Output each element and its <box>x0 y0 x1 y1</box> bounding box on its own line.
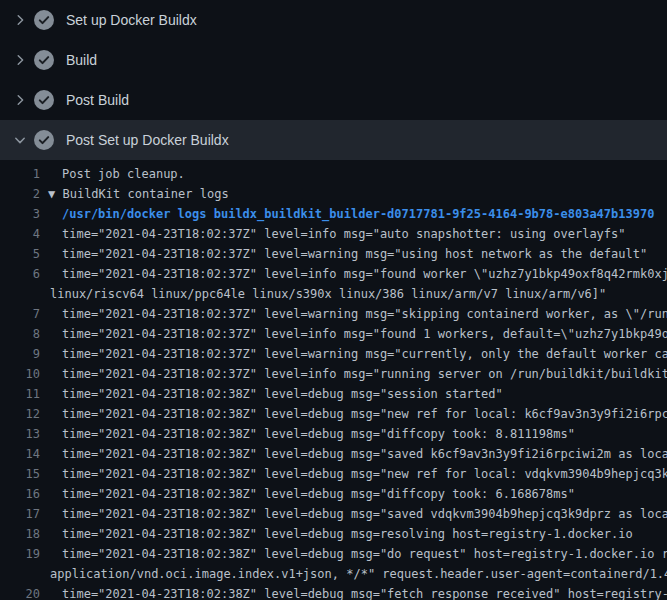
log-line: 15time="2021-04-23T18:02:38Z" level=debu… <box>0 464 667 484</box>
chevron-right-icon[interactable] <box>12 92 28 108</box>
step-row-post-build[interactable]: Post Build <box>0 80 667 120</box>
log-line-number[interactable]: 19 <box>0 544 40 564</box>
actions-log-viewer: Set up Docker BuildxBuildPost BuildPost … <box>0 0 667 600</box>
log-line-text: time="2021-04-23T18:02:38Z" level=debug … <box>40 384 503 404</box>
log-line: application/vnd.oci.image.index.v1+json,… <box>0 564 667 584</box>
log-line-number <box>0 564 40 584</box>
log-line-number[interactable]: 1 <box>0 164 40 184</box>
log-line-text: Post job cleanup. <box>40 164 185 184</box>
log-line-number[interactable]: 7 <box>0 304 40 324</box>
chevron-down-icon[interactable] <box>12 132 28 148</box>
log-line-text: time="2021-04-23T18:02:38Z" level=debug … <box>40 504 667 524</box>
log-line-text: time="2021-04-23T18:02:38Z" level=debug … <box>40 464 667 484</box>
log-line-text: time="2021-04-23T18:02:37Z" level=info m… <box>40 324 667 344</box>
log-line-text: time="2021-04-23T18:02:38Z" level=debug … <box>40 404 667 424</box>
log-line: 16time="2021-04-23T18:02:38Z" level=debu… <box>0 484 667 504</box>
log-line-number[interactable]: 4 <box>0 224 40 244</box>
step-label: Build <box>66 50 97 70</box>
log-line-number[interactable]: 8 <box>0 324 40 344</box>
log-line-text[interactable]: ▼ BuildKit container logs <box>40 184 229 204</box>
log-line: 4time="2021-04-23T18:02:37Z" level=info … <box>0 224 667 244</box>
log-line-text: time="2021-04-23T18:02:38Z" level=debug … <box>40 584 667 600</box>
log-line-number[interactable]: 20 <box>0 584 40 600</box>
log-line-number[interactable]: 15 <box>0 464 40 484</box>
log-line: 1Post job cleanup. <box>0 164 667 184</box>
log-line-text: time="2021-04-23T18:02:37Z" level=warnin… <box>40 304 667 324</box>
log-line-text: time="2021-04-23T18:02:38Z" level=debug … <box>40 444 667 464</box>
log-line-number[interactable]: 2 <box>0 184 40 204</box>
log-line-number[interactable]: 10 <box>0 364 40 384</box>
log-line: 8time="2021-04-23T18:02:37Z" level=info … <box>0 324 667 344</box>
log-line-text: time="2021-04-23T18:02:37Z" level=info m… <box>40 364 667 384</box>
log-line-number[interactable]: 14 <box>0 444 40 464</box>
log-line-text: time="2021-04-23T18:02:37Z" level=info m… <box>40 224 626 244</box>
steps-list: Set up Docker BuildxBuildPost BuildPost … <box>0 0 667 160</box>
step-label: Post Set up Docker Buildx <box>66 130 229 150</box>
chevron-right-icon[interactable] <box>12 52 28 68</box>
log-line-number[interactable]: 18 <box>0 524 40 544</box>
check-circle-icon <box>34 130 54 150</box>
check-circle-icon <box>34 90 54 110</box>
log-output: 1Post job cleanup.2▼ BuildKit container … <box>0 160 667 600</box>
log-line-number[interactable]: 11 <box>0 384 40 404</box>
step-label: Post Build <box>66 90 129 110</box>
log-line-number[interactable]: 5 <box>0 244 40 264</box>
log-line-number[interactable]: 16 <box>0 484 40 504</box>
log-line: linux/riscv64 linux/ppc64le linux/s390x … <box>0 284 667 304</box>
log-line-number[interactable]: 13 <box>0 424 40 444</box>
log-line: 6time="2021-04-23T18:02:37Z" level=info … <box>0 264 667 284</box>
log-line-number[interactable]: 9 <box>0 344 40 364</box>
log-line-number[interactable]: 17 <box>0 504 40 524</box>
log-line: 17time="2021-04-23T18:02:38Z" level=debu… <box>0 504 667 524</box>
log-line-number <box>0 284 40 304</box>
log-line: 9time="2021-04-23T18:02:37Z" level=warni… <box>0 344 667 364</box>
check-circle-icon <box>34 50 54 70</box>
log-line-number[interactable]: 12 <box>0 404 40 424</box>
step-row-set-up-docker-buildx[interactable]: Set up Docker Buildx <box>0 0 667 40</box>
log-line: 2▼ BuildKit container logs <box>0 184 667 204</box>
log-line-text: application/vnd.oci.image.index.v1+json,… <box>40 564 667 584</box>
log-line: 18time="2021-04-23T18:02:38Z" level=debu… <box>0 524 667 544</box>
log-line: 10time="2021-04-23T18:02:37Z" level=info… <box>0 364 667 384</box>
log-line: 7time="2021-04-23T18:02:37Z" level=warni… <box>0 304 667 324</box>
check-circle-icon <box>34 10 54 30</box>
log-line-text: time="2021-04-23T18:02:37Z" level=warnin… <box>40 344 667 364</box>
log-line: 13time="2021-04-23T18:02:38Z" level=debu… <box>0 424 667 444</box>
log-line-text: time="2021-04-23T18:02:38Z" level=debug … <box>40 424 575 444</box>
log-line-text: time="2021-04-23T18:02:37Z" level=info m… <box>40 264 667 284</box>
log-line-text: linux/riscv64 linux/ppc64le linux/s390x … <box>40 284 606 304</box>
log-line-text: time="2021-04-23T18:02:38Z" level=debug … <box>40 544 667 564</box>
step-row-build[interactable]: Build <box>0 40 667 80</box>
step-row-post-set-up-docker-buildx[interactable]: Post Set up Docker Buildx <box>0 120 667 160</box>
log-line: 11time="2021-04-23T18:02:38Z" level=debu… <box>0 384 667 404</box>
log-line: 14time="2021-04-23T18:02:38Z" level=debu… <box>0 444 667 464</box>
step-label: Set up Docker Buildx <box>66 10 197 30</box>
group-title: BuildKit container logs <box>55 187 228 201</box>
log-line: 3/usr/bin/docker logs buildx_buildkit_bu… <box>0 204 667 224</box>
chevron-right-icon[interactable] <box>12 12 28 28</box>
log-line-number[interactable]: 6 <box>0 264 40 284</box>
log-line-text: time="2021-04-23T18:02:38Z" level=debug … <box>40 524 633 544</box>
log-line-text: time="2021-04-23T18:02:38Z" level=debug … <box>40 484 575 504</box>
log-line: 5time="2021-04-23T18:02:37Z" level=warni… <box>0 244 667 264</box>
log-line: 12time="2021-04-23T18:02:38Z" level=debu… <box>0 404 667 424</box>
log-line: 20time="2021-04-23T18:02:38Z" level=debu… <box>0 584 667 600</box>
log-command-text: /usr/bin/docker logs buildx_buildkit_bui… <box>40 204 654 224</box>
log-line-text: time="2021-04-23T18:02:37Z" level=warnin… <box>40 244 647 264</box>
log-line: 19time="2021-04-23T18:02:38Z" level=debu… <box>0 544 667 564</box>
log-line-number[interactable]: 3 <box>0 204 40 224</box>
